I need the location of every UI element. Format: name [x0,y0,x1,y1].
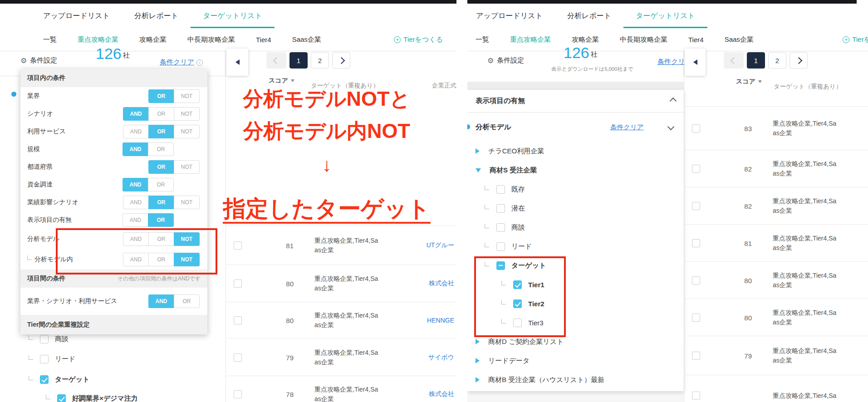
tree-item-product-b[interactable]: 商材B 受注企業（ハウスリスト）最新 [467,370,684,389]
tree-item-chira-ceo[interactable]: チラCEO利用企業 [467,142,684,161]
row-checkbox[interactable] [692,202,700,210]
subtab-all[interactable]: 一覧 [33,35,67,44]
operator-not-button[interactable]: NOT [174,253,200,266]
operator-or-button[interactable]: OR [174,294,200,308]
tab-upload-list[interactable]: アップロードリスト [31,4,122,28]
info-icon[interactable]: i [196,59,203,66]
subtab-mid-long[interactable]: 中長期攻略企業 [609,35,678,44]
collapse-panel-button[interactable] [226,49,248,76]
row-checkbox[interactable] [692,124,700,132]
triangle-expanded-icon[interactable] [476,168,481,172]
triangle-collapsed-icon[interactable] [476,148,480,154]
display-items-row[interactable]: 表示項目の有無 [467,90,684,113]
collapse-panel-button[interactable] [685,49,706,76]
tree-item-existing[interactable]: 既存 [467,180,684,199]
checkbox[interactable] [496,242,505,251]
operator-or-button[interactable]: OR [148,253,174,266]
tree-item-tier2[interactable]: Tier2 [467,294,684,313]
analysis-model-row[interactable]: 分析モデル 条件クリア [467,113,684,142]
checkbox[interactable] [513,319,522,327]
row-checkbox[interactable] [234,390,242,398]
chevron-down-icon[interactable] [668,123,673,131]
tree-item-lead[interactable]: リード [467,237,684,256]
checkbox[interactable] [496,204,505,213]
row-checkbox[interactable] [692,276,700,284]
operator-or-button[interactable]: OR [148,178,174,191]
operator-not-button[interactable]: NOT [174,232,200,246]
operator-or-button[interactable]: OR [148,196,174,209]
operator-not-button[interactable]: NOT [174,89,200,103]
tree-item-lead[interactable]: リード [0,350,76,368]
operator-or-button[interactable]: OR [148,142,174,156]
subtab-all[interactable]: 一覧 [467,35,500,44]
operator-and-button[interactable]: AND [123,178,148,191]
triangle-collapsed-icon[interactable] [476,339,480,344]
tab-upload-list[interactable]: アップロードリスト [467,4,555,28]
checkbox[interactable] [57,394,66,402]
tree-item-good-industry[interactable]: 好調業界×デジマ注力 [0,389,138,402]
row-checkbox[interactable] [234,279,242,288]
operator-not-button[interactable]: NOT [174,107,200,121]
operator-or-button[interactable]: OR [148,125,174,138]
operator-and-button[interactable]: AND [123,253,149,266]
subtab-targets[interactable]: 攻略企業 [561,35,609,44]
checkbox[interactable] [496,223,505,232]
tree-item-tier3[interactable]: Tier3 [467,313,684,332]
row-checkbox[interactable] [234,353,242,362]
operator-and-button[interactable]: AND [123,213,148,227]
condition-settings-button[interactable]: ⚙ 条件設定 [20,56,57,65]
operator-or-button[interactable]: OR [148,107,174,121]
operator-or-button[interactable]: OR [148,232,174,246]
row-checkbox[interactable] [692,392,700,400]
tree-item-tier1[interactable]: Tier1 [467,275,684,294]
subtab-targets[interactable]: 攻略企業 [129,35,177,44]
company-link[interactable]: 株式会社 [429,390,454,398]
company-link[interactable]: HENNGE [427,317,454,324]
model-clear-link[interactable]: 条件クリア [610,123,644,132]
company-link[interactable]: 株式会社 [429,279,454,288]
row-checkbox[interactable] [692,352,700,360]
row-checkbox[interactable] [692,314,700,322]
tree-item-target[interactable]: ターゲット [0,370,89,388]
operator-and-button[interactable]: AND [123,107,149,121]
checkbox-indeterminate[interactable] [496,261,505,270]
checkbox[interactable] [40,355,49,363]
triangle-collapsed-icon[interactable] [476,358,480,363]
row-checkbox[interactable] [234,241,242,250]
row-checkbox[interactable] [692,165,700,173]
column-header-score[interactable]: スコア [736,78,768,86]
tree-item-negotiation[interactable]: 商談 [467,218,684,237]
tree-item-potential[interactable]: 潜在 [467,199,684,218]
operator-not-button[interactable]: NOT [174,196,200,209]
operator-or-button[interactable]: OR [148,213,174,227]
checkbox[interactable] [496,185,505,194]
tree-item-product-d[interactable]: 商材D ご契約企業リスト [467,332,684,351]
chevron-up-icon[interactable] [671,97,676,105]
row-checkbox[interactable] [234,316,242,324]
company-link[interactable]: サイボウ [428,353,454,362]
condition-clear-link[interactable]: 条件クリア [160,58,194,67]
checkbox[interactable] [513,280,522,289]
checkbox[interactable] [513,299,522,308]
company-link[interactable]: UTグルー [427,241,454,250]
operator-and-button[interactable]: AND [123,232,149,246]
tab-analysis-report[interactable]: 分析レポート [122,4,191,28]
operator-not-button[interactable]: NOT [174,160,200,174]
tab-analysis-report[interactable]: 分析レポート [555,4,623,28]
row-checkbox[interactable] [692,239,700,247]
operator-and-button[interactable]: AND [123,142,148,156]
operator-not-button[interactable]: NOT [174,125,200,138]
checkbox[interactable] [40,375,49,384]
operator-or-button[interactable]: OR [148,160,174,174]
tree-item-product-s[interactable]: 商材S 受注企業 [467,161,684,180]
operator-or-button[interactable]: OR [148,89,174,103]
operator-and-button[interactable]: AND [123,196,149,209]
condition-settings-button[interactable]: ⚙ 条件設定 [487,56,524,65]
operator-and-button[interactable]: AND [123,125,149,138]
subtab-key-targets[interactable]: 重点攻略企業 [67,35,129,44]
operator-and-button[interactable]: AND [148,294,174,308]
checkbox[interactable] [40,335,49,343]
tree-item-target[interactable]: ターゲット [467,256,684,275]
subtab-key-targets[interactable]: 重点攻略企業 [500,35,561,44]
triangle-collapsed-icon[interactable] [476,377,480,382]
